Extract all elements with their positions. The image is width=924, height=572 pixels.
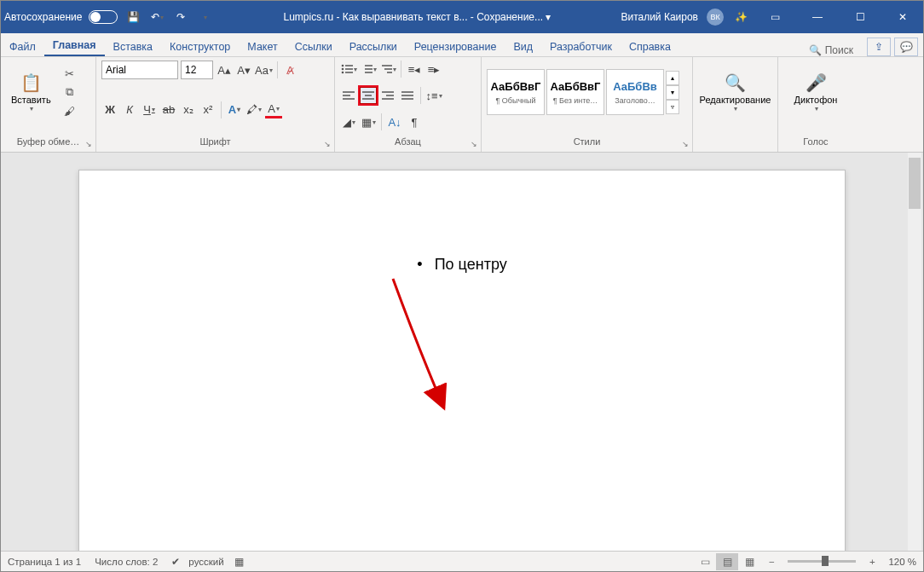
voice-label: Голос (803, 136, 828, 147)
comments-button[interactable]: 💬 (894, 38, 918, 56)
font-size-input[interactable] (181, 61, 213, 79)
clear-format-icon[interactable]: A̷ (282, 61, 299, 78)
styles-dialog-icon[interactable]: ↘ (682, 140, 689, 148)
numbering-icon[interactable]: ▾ (360, 61, 377, 78)
font-label: Шрифт (199, 136, 230, 147)
line-spacing-icon[interactable]: ↕≡▾ (425, 87, 442, 104)
show-marks-icon[interactable]: ¶ (406, 113, 423, 130)
macro-icon[interactable]: ▦ (234, 556, 244, 568)
document-area[interactable]: • По центру (1, 153, 923, 551)
sort-icon[interactable]: A↓ (386, 113, 403, 130)
zoom-level[interactable]: 120 % (888, 557, 916, 567)
format-painter-icon[interactable]: 🖌 (62, 103, 78, 118)
tab-design[interactable]: Конструктор (161, 38, 239, 56)
styles-down-icon[interactable]: ▾ (666, 85, 679, 100)
search-icon: 🔍 (725, 72, 746, 93)
redo-icon[interactable]: ↷ (172, 9, 189, 26)
tab-help[interactable]: Справка (621, 38, 679, 56)
group-styles: АаБбВвГ¶ Обычный АаБбВвГ¶ Без инте… АаБб… (482, 57, 693, 152)
borders-icon[interactable]: ▦▾ (360, 113, 377, 130)
tab-home[interactable]: Главная (44, 36, 105, 56)
bold-button[interactable]: Ж (101, 101, 118, 118)
bullet-paragraph[interactable]: • По центру (147, 256, 777, 274)
user-avatar[interactable]: ВК (707, 9, 724, 26)
spellcheck-icon[interactable]: ✔ (171, 556, 180, 568)
paragraph-dialog-icon[interactable]: ↘ (471, 140, 477, 148)
styles-label: Стили (574, 136, 601, 147)
vertical-scrollbar[interactable] (908, 153, 921, 551)
minimize-button[interactable]: — (800, 4, 834, 30)
save-icon[interactable]: 💾 (124, 9, 141, 26)
multilevel-icon[interactable]: ▾ (379, 61, 396, 78)
zoom-in-icon[interactable]: + (861, 553, 883, 570)
text-effects-icon[interactable]: A▾ (226, 101, 243, 118)
zoom-slider[interactable] (788, 560, 856, 563)
style-heading1[interactable]: АаБбВвЗаголово… (606, 69, 664, 115)
word-count[interactable]: Число слов: 2 (95, 557, 158, 567)
grow-font-icon[interactable]: A▴ (216, 61, 233, 78)
tab-layout[interactable]: Макет (239, 38, 286, 56)
underline-button[interactable]: Ч▾ (141, 101, 158, 118)
justify-icon[interactable] (399, 87, 416, 104)
close-button[interactable]: ✕ (886, 4, 920, 30)
superscript-icon[interactable]: x² (199, 101, 217, 118)
font-name-input[interactable] (101, 61, 178, 79)
style-normal[interactable]: АаБбВвГ¶ Обычный (487, 69, 545, 115)
tab-file[interactable]: Файл (1, 38, 44, 56)
tab-mailings[interactable]: Рассылки (341, 38, 406, 56)
user-name: Виталий Каиров (621, 11, 698, 23)
styles-more-icon[interactable]: ▿ (666, 100, 679, 114)
language-status[interactable]: русский (188, 557, 223, 567)
align-left-icon[interactable] (340, 87, 357, 104)
style-no-spacing[interactable]: АаБбВвГ¶ Без инте… (546, 69, 604, 115)
decrease-indent-icon[interactable]: ≡◂ (406, 61, 423, 78)
tab-review[interactable]: Рецензирование (406, 38, 505, 56)
font-color-icon[interactable]: A▾ (265, 101, 282, 118)
strike-button[interactable]: ab (160, 101, 177, 118)
maximize-button[interactable]: ☐ (843, 4, 877, 30)
magic-icon[interactable]: ✨ (732, 9, 749, 26)
change-case-icon[interactable]: Aa▾ (255, 61, 273, 78)
scroll-thumb[interactable] (909, 158, 921, 209)
svg-point-4 (341, 72, 344, 74)
document-page[interactable]: • По центру (78, 170, 846, 551)
highlight-icon[interactable]: 🖍▾ (245, 101, 263, 118)
styles-up-icon[interactable]: ▴ (666, 71, 679, 85)
find-button[interactable]: 🔍 Редактирование ▾ (698, 61, 772, 124)
paste-button[interactable]: 📋 Вставить ▾ (6, 71, 56, 114)
align-right-icon[interactable] (379, 87, 396, 104)
group-voice: 🎤 Диктофон ▾ Голос (778, 57, 853, 152)
ribbon-display-icon[interactable]: ▭ (758, 4, 792, 30)
tab-references[interactable]: Ссылки (286, 38, 341, 56)
share-button[interactable]: ⇪ (867, 38, 891, 56)
web-layout-icon[interactable]: ▦ (738, 553, 760, 570)
clipboard-dialog-icon[interactable]: ↘ (85, 140, 92, 148)
window-title: Lumpics.ru - Как выравнивать текст в... … (213, 11, 621, 23)
tab-view[interactable]: Вид (505, 38, 541, 56)
print-layout-icon[interactable]: ▤ (716, 553, 738, 570)
subscript-icon[interactable]: x₂ (180, 101, 197, 118)
svg-point-0 (341, 65, 344, 67)
italic-button[interactable]: К (121, 101, 138, 118)
bullets-icon[interactable]: ▾ (340, 61, 357, 78)
dictate-button[interactable]: 🎤 Диктофон ▾ (783, 61, 848, 124)
search-box[interactable]: 🔍 Поиск (800, 44, 862, 56)
tab-developer[interactable]: Разработчик (541, 38, 621, 56)
undo-icon[interactable]: ↶▾ (148, 9, 165, 26)
cut-icon[interactable]: ✂ (62, 66, 78, 81)
font-dialog-icon[interactable]: ↘ (324, 140, 331, 148)
read-mode-icon[interactable]: ▭ (694, 553, 716, 570)
shrink-font-icon[interactable]: A▾ (235, 61, 252, 78)
app-window: Автосохранение 💾 ↶▾ ↷ ▾ Lumpics.ru - Как… (0, 0, 924, 572)
tab-insert[interactable]: Вставка (105, 38, 161, 56)
shading-icon[interactable]: ◢▾ (340, 113, 357, 130)
autosave-label: Автосохранение (4, 11, 82, 23)
svg-point-2 (341, 68, 344, 71)
align-center-icon[interactable] (360, 87, 377, 104)
zoom-out-icon[interactable]: − (760, 553, 783, 570)
page-number[interactable]: Страница 1 из 1 (8, 557, 81, 567)
autosave-toggle[interactable] (89, 10, 118, 24)
copy-icon[interactable]: ⧉ (62, 84, 78, 100)
qa-customize-icon[interactable]: ▾ (196, 9, 213, 26)
increase-indent-icon[interactable]: ≡▸ (425, 61, 442, 78)
